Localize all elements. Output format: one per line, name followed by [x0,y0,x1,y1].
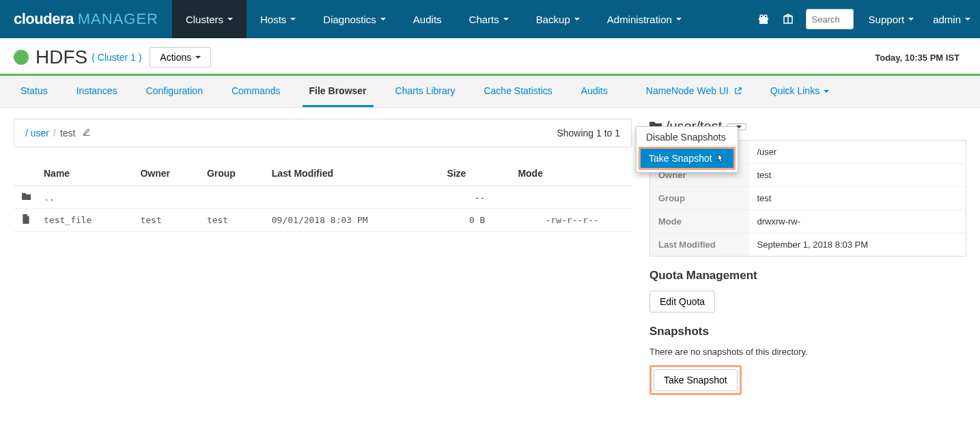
page-timestamp: Today, 10:35 PM IST [875,53,966,63]
snapshots-empty-text: There are no snapshots of this directory… [649,347,966,357]
caret-down-icon [380,18,386,20]
tab-namenode-web-ui[interactable]: NameNode Web UI [639,76,748,107]
nav-support[interactable]: Support [859,14,924,25]
cluster-link[interactable]: ( Cluster 1 ) [92,52,141,63]
gift-icon[interactable] [751,14,776,25]
breadcrumb-panel: / user / test Showing 1 to 1 [14,119,632,147]
brand-logo[interactable]: cloudera MANAGER [0,0,172,38]
menu-disable-snapshots[interactable]: Disable Snapshots [636,127,738,147]
caret-down-icon [227,18,233,20]
detail-parent: /user [749,141,966,164]
status-indicator-icon [14,50,29,65]
table-row[interactable]: .. -- [14,186,632,209]
menu-take-snapshot-highlight: Take Snapshot [639,147,736,170]
caret-down-icon [503,18,509,20]
caret-down-icon [676,18,682,20]
parcel-icon[interactable] [776,14,800,25]
caret-down-icon [574,18,580,20]
brand-name: cloudera [14,10,74,28]
nav-clusters[interactable]: Clusters [172,0,247,38]
menu-take-snapshot[interactable]: Take Snapshot [641,149,733,168]
quota-heading: Quota Management [649,269,966,282]
tab-commands[interactable]: Commands [225,76,288,107]
caret-down-icon [195,56,201,59]
take-snapshot-button[interactable]: Take Snapshot [654,369,738,391]
nav-backup[interactable]: Backup [522,0,593,38]
detail-last-modified: September 1, 2018 8:03 PM [749,233,966,257]
file-browser-panel: / user / test Showing 1 to 1 Name Owner … [14,119,632,395]
files-table: Name Owner Group Last Modified Size Mode… [14,161,632,232]
table-row[interactable]: test_file test test 09/01/2018 8:03 PM 0… [14,209,632,232]
navbar-right: Support admin [751,0,980,38]
tabs-bar: Status Instances Configuration Commands … [0,76,980,108]
brand-sub: MANAGER [78,10,158,28]
content: / user / test Showing 1 to 1 Name Owner … [0,108,980,406]
nav-charts[interactable]: Charts [456,0,522,38]
nav-admin[interactable]: admin [923,14,980,25]
svg-point-4 [764,15,767,18]
caret-down-icon [824,90,829,93]
tab-file-browser[interactable]: File Browser [303,76,374,107]
search-box [806,9,854,29]
svg-point-3 [760,15,763,18]
directory-dropdown-menu: Disable Snapshots Take Snapshot [636,126,738,173]
nav-audits[interactable]: Audits [400,0,456,38]
nav-administration[interactable]: Administration [593,0,695,38]
tab-cache-statistics[interactable]: Cache Statistics [477,76,559,107]
tab-instances[interactable]: Instances [70,76,124,107]
col-group[interactable]: Group [201,161,266,186]
edit-path-icon[interactable] [82,128,91,139]
tab-audits[interactable]: Audits [574,76,615,107]
actions-button[interactable]: Actions [150,47,211,68]
col-last-modified[interactable]: Last Modified [266,161,442,186]
caret-down-icon [908,18,914,20]
folder-icon [14,186,38,209]
nav-hosts[interactable]: Hosts [247,0,309,38]
tab-status[interactable]: Status [14,76,55,107]
showing-count: Showing 1 to 1 [557,128,620,139]
tab-configuration[interactable]: Configuration [139,76,210,107]
nav-diagnostics[interactable]: Diagnostics [309,0,400,38]
external-link-icon [734,87,742,95]
file-name: .. [38,186,135,209]
caret-down-icon [290,18,296,20]
file-icon [14,209,38,232]
service-title: HDFS [36,46,87,68]
search-input[interactable] [806,9,854,29]
breadcrumb-current: test [60,128,76,139]
snapshots-heading: Snapshots [649,325,966,338]
col-owner[interactable]: Owner [135,161,201,186]
breadcrumb-user[interactable]: user [31,128,49,139]
table-header-row: Name Owner Group Last Modified Size Mode [14,161,632,186]
file-name: test_file [38,209,135,232]
col-name[interactable]: Name [38,161,135,186]
detail-group: test [749,187,966,210]
take-snapshot-highlight: Take Snapshot [649,365,742,395]
details-panel: /user/test Disable Snapshots Take Snapsh… [649,119,966,395]
caret-down-icon [965,18,970,20]
edit-quota-button[interactable]: Edit Quota [649,291,715,313]
breadcrumb-separator: / [53,128,56,139]
tab-charts-library[interactable]: Charts Library [389,76,462,107]
top-navbar: cloudera MANAGER Clusters Hosts Diagnost… [0,0,980,38]
col-mode[interactable]: Mode [490,161,632,186]
detail-owner: test [749,164,966,187]
col-size[interactable]: Size [441,161,490,186]
cursor-pointer-icon [716,154,725,163]
detail-mode: drwxrw-rw- [749,210,966,233]
tab-quick-links[interactable]: Quick Links [764,76,836,107]
service-header: HDFS ( Cluster 1 ) Actions Today, 10:35 … [0,38,980,74]
